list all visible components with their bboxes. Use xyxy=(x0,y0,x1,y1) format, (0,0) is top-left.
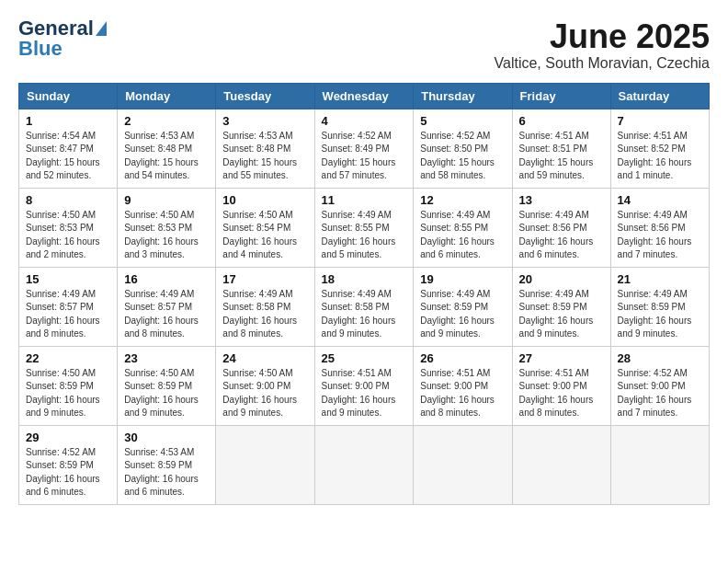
day-info: Sunrise: 4:50 AMSunset: 9:00 PMDaylight:… xyxy=(222,368,297,419)
weekday-header-thursday: Thursday xyxy=(414,83,512,109)
day-info: Sunrise: 4:49 AMSunset: 8:56 PMDaylight:… xyxy=(618,210,692,260)
day-number: 10 xyxy=(222,193,307,207)
day-number: 27 xyxy=(519,351,604,365)
day-info: Sunrise: 4:53 AMSunset: 8:48 PMDaylight:… xyxy=(124,131,199,181)
day-number: 9 xyxy=(124,193,209,207)
location: Valtice, South Moravian, Czechia xyxy=(495,55,710,72)
day-info: Sunrise: 4:49 AMSunset: 8:58 PMDaylight:… xyxy=(322,289,396,339)
logo: General Blue xyxy=(18,18,107,59)
calendar-cell xyxy=(216,425,314,504)
calendar-cell: 22 Sunrise: 4:50 AMSunset: 8:59 PMDaylig… xyxy=(19,346,118,425)
calendar-cell: 19 Sunrise: 4:49 AMSunset: 8:59 PMDaylig… xyxy=(414,267,512,346)
title-area: June 2025 Valtice, South Moravian, Czech… xyxy=(495,18,710,72)
calendar-cell: 11 Sunrise: 4:49 AMSunset: 8:55 PMDaylig… xyxy=(314,188,414,267)
day-info: Sunrise: 4:54 AMSunset: 8:47 PMDaylight:… xyxy=(26,131,100,181)
day-number: 3 xyxy=(222,114,307,128)
calendar-cell: 18 Sunrise: 4:49 AMSunset: 8:58 PMDaylig… xyxy=(314,267,414,346)
calendar-cell xyxy=(314,425,414,504)
day-info: Sunrise: 4:51 AMSunset: 9:00 PMDaylight:… xyxy=(322,368,396,419)
day-number: 28 xyxy=(618,351,702,365)
calendar-cell: 9 Sunrise: 4:50 AMSunset: 8:53 PMDayligh… xyxy=(118,188,216,267)
day-number: 11 xyxy=(322,193,407,207)
weekday-header-saturday: Saturday xyxy=(610,83,709,109)
calendar-cell: 5 Sunrise: 4:52 AMSunset: 8:50 PMDayligh… xyxy=(414,109,512,188)
day-number: 7 xyxy=(618,114,702,128)
day-number: 23 xyxy=(124,351,209,365)
day-info: Sunrise: 4:51 AMSunset: 8:51 PMDaylight:… xyxy=(519,131,594,181)
day-number: 25 xyxy=(322,351,407,365)
day-info: Sunrise: 4:49 AMSunset: 8:56 PMDaylight:… xyxy=(519,210,594,260)
day-info: Sunrise: 4:49 AMSunset: 8:57 PMDaylight:… xyxy=(124,289,199,339)
day-info: Sunrise: 4:52 AMSunset: 8:59 PMDaylight:… xyxy=(26,447,100,498)
day-number: 24 xyxy=(222,351,307,365)
day-info: Sunrise: 4:51 AMSunset: 8:52 PMDaylight:… xyxy=(618,131,692,181)
day-number: 17 xyxy=(222,272,307,286)
calendar-cell: 29 Sunrise: 4:52 AMSunset: 8:59 PMDaylig… xyxy=(19,425,118,504)
day-number: 20 xyxy=(519,272,604,286)
calendar-week-3: 15 Sunrise: 4:49 AMSunset: 8:57 PMDaylig… xyxy=(19,267,710,346)
weekday-header-tuesday: Tuesday xyxy=(216,83,314,109)
calendar-cell: 1 Sunrise: 4:54 AMSunset: 8:47 PMDayligh… xyxy=(19,109,118,188)
calendar-cell: 26 Sunrise: 4:51 AMSunset: 9:00 PMDaylig… xyxy=(414,346,512,425)
weekday-header-sunday: Sunday xyxy=(19,83,118,109)
calendar-week-1: 1 Sunrise: 4:54 AMSunset: 8:47 PMDayligh… xyxy=(19,109,710,188)
day-number: 8 xyxy=(26,193,110,207)
calendar-cell: 24 Sunrise: 4:50 AMSunset: 9:00 PMDaylig… xyxy=(216,346,314,425)
day-info: Sunrise: 4:49 AMSunset: 8:57 PMDaylight:… xyxy=(26,289,100,339)
day-info: Sunrise: 4:49 AMSunset: 8:58 PMDaylight:… xyxy=(222,289,297,339)
calendar-cell: 12 Sunrise: 4:49 AMSunset: 8:55 PMDaylig… xyxy=(414,188,512,267)
calendar-cell xyxy=(610,425,709,504)
calendar-cell: 20 Sunrise: 4:49 AMSunset: 8:59 PMDaylig… xyxy=(512,267,610,346)
day-number: 30 xyxy=(124,431,209,444)
calendar-cell: 8 Sunrise: 4:50 AMSunset: 8:53 PMDayligh… xyxy=(19,188,118,267)
day-number: 5 xyxy=(420,114,505,128)
day-info: Sunrise: 4:52 AMSunset: 8:49 PMDaylight:… xyxy=(322,131,396,181)
calendar-cell: 15 Sunrise: 4:49 AMSunset: 8:57 PMDaylig… xyxy=(19,267,118,346)
day-number: 13 xyxy=(519,193,604,207)
day-number: 2 xyxy=(124,114,209,128)
logo-triangle-icon xyxy=(96,21,107,36)
calendar-cell: 14 Sunrise: 4:49 AMSunset: 8:56 PMDaylig… xyxy=(610,188,709,267)
calendar-cell: 10 Sunrise: 4:50 AMSunset: 8:54 PMDaylig… xyxy=(216,188,314,267)
calendar-cell: 4 Sunrise: 4:52 AMSunset: 8:49 PMDayligh… xyxy=(314,109,414,188)
day-number: 4 xyxy=(322,114,407,128)
day-number: 15 xyxy=(26,272,110,286)
weekday-header-friday: Friday xyxy=(512,83,610,109)
calendar-cell: 27 Sunrise: 4:51 AMSunset: 9:00 PMDaylig… xyxy=(512,346,610,425)
logo-general: General xyxy=(18,18,94,39)
header: General Blue June 2025 Valtice, South Mo… xyxy=(18,18,710,72)
calendar-cell: 25 Sunrise: 4:51 AMSunset: 9:00 PMDaylig… xyxy=(314,346,414,425)
logo-blue: Blue xyxy=(18,39,107,59)
calendar-week-2: 8 Sunrise: 4:50 AMSunset: 8:53 PMDayligh… xyxy=(19,188,710,267)
calendar-week-5: 29 Sunrise: 4:52 AMSunset: 8:59 PMDaylig… xyxy=(19,425,710,504)
calendar-cell: 30 Sunrise: 4:53 AMSunset: 8:59 PMDaylig… xyxy=(118,425,216,504)
day-info: Sunrise: 4:53 AMSunset: 8:59 PMDaylight:… xyxy=(124,447,199,498)
calendar-cell: 17 Sunrise: 4:49 AMSunset: 8:58 PMDaylig… xyxy=(216,267,314,346)
day-number: 22 xyxy=(26,351,110,365)
day-info: Sunrise: 4:49 AMSunset: 8:55 PMDaylight:… xyxy=(420,210,495,260)
day-number: 12 xyxy=(420,193,505,207)
day-number: 29 xyxy=(26,431,110,444)
month-year: June 2025 xyxy=(495,18,710,55)
day-info: Sunrise: 4:50 AMSunset: 8:53 PMDaylight:… xyxy=(124,210,199,260)
day-number: 14 xyxy=(618,193,702,207)
calendar-cell: 2 Sunrise: 4:53 AMSunset: 8:48 PMDayligh… xyxy=(118,109,216,188)
day-number: 1 xyxy=(26,114,110,128)
weekday-header-monday: Monday xyxy=(118,83,216,109)
day-info: Sunrise: 4:50 AMSunset: 8:59 PMDaylight:… xyxy=(26,368,100,419)
day-info: Sunrise: 4:51 AMSunset: 9:00 PMDaylight:… xyxy=(519,368,594,419)
day-number: 19 xyxy=(420,272,505,286)
day-number: 6 xyxy=(519,114,604,128)
calendar-cell: 16 Sunrise: 4:49 AMSunset: 8:57 PMDaylig… xyxy=(118,267,216,346)
day-info: Sunrise: 4:51 AMSunset: 9:00 PMDaylight:… xyxy=(420,368,495,419)
calendar-cell: 7 Sunrise: 4:51 AMSunset: 8:52 PMDayligh… xyxy=(610,109,709,188)
calendar-cell xyxy=(512,425,610,504)
day-info: Sunrise: 4:52 AMSunset: 8:50 PMDaylight:… xyxy=(420,131,495,181)
calendar-cell xyxy=(414,425,512,504)
day-number: 26 xyxy=(420,351,505,365)
day-info: Sunrise: 4:49 AMSunset: 8:55 PMDaylight:… xyxy=(322,210,396,260)
calendar-cell: 23 Sunrise: 4:50 AMSunset: 8:59 PMDaylig… xyxy=(118,346,216,425)
day-info: Sunrise: 4:49 AMSunset: 8:59 PMDaylight:… xyxy=(618,289,692,339)
day-info: Sunrise: 4:52 AMSunset: 9:00 PMDaylight:… xyxy=(618,368,692,419)
day-number: 18 xyxy=(322,272,407,286)
